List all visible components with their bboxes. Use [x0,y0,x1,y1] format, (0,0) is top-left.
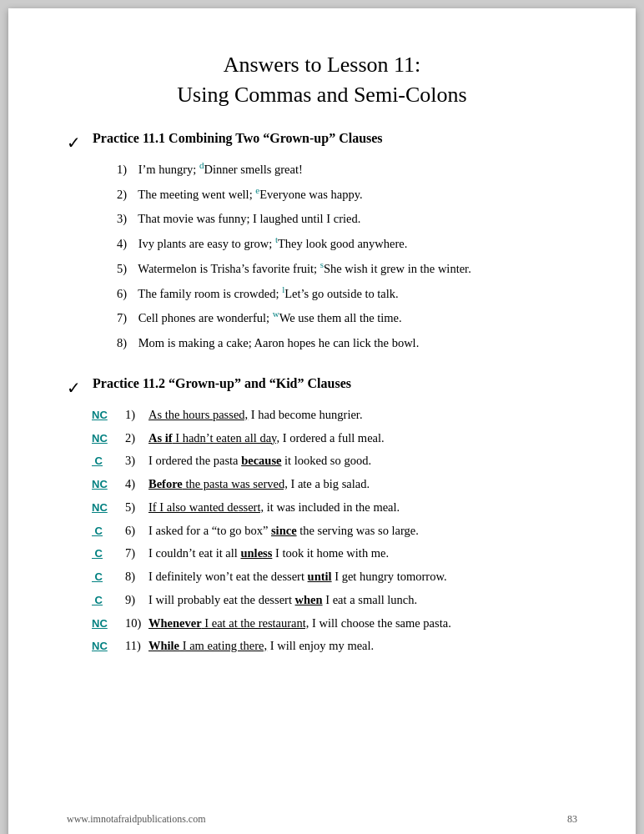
practice-11-1-title: Practice 11.1 [93,131,169,145]
practice-11-2-subtitle: “Grown-up” and “Kid” Clauses [169,376,351,390]
answer-label: NC [92,638,125,655]
answer-label: NC [92,476,125,493]
footer-website: www.imnotafraidpublications.com [67,813,206,826]
practice-11-2-section: ✓ Practice 11.2 “Grown-up” and “Kid” Cla… [67,376,577,656]
page-footer: www.imnotafraidpublications.com 83 [8,813,636,826]
practice-11-1-subtitle: Combining Two “Grown-up” Clauses [169,131,383,145]
practice-11-2-list: NC 1) As the hours passed, I had become … [92,406,577,656]
list-item: C 3) I ordered the pasta because it look… [92,452,577,470]
practice-11-2-header: ✓ Practice 11.2 “Grown-up” and “Kid” Cla… [67,376,577,398]
list-item: C 8) I definitely won’t eat the dessert … [92,568,577,586]
list-item: NC 10) Whenever I eat at the restaurant,… [92,615,577,633]
list-item: C 7) I couldn’t eat it all unless I took… [92,545,577,563]
list-item: NC 5) If I also wanted dessert, it was i… [92,499,577,517]
answer-label: C [92,523,125,540]
list-item: 5) Watermelon is Trisha’s favorite fruit… [117,260,577,279]
practice-11-1-section: ✓ Practice 11.1 Combining Two “Grown-up”… [67,131,577,353]
practice-11-1-list: 1) I’m hungry; dDinner smells great! 2) … [117,161,577,353]
list-item: 3) That movie was funny; I laughed until… [117,210,577,229]
answer-label: NC [92,407,125,424]
list-item: NC 4) Before the pasta was served, I ate… [92,475,577,494]
list-item: NC 2) As if I hadn’t eaten all day, I or… [92,430,577,448]
list-item: 7) Cell phones are wonderful; wWe use th… [117,309,577,328]
list-item: C 6) I asked for a “to go box” since the… [92,522,577,540]
answer-label: C [92,453,125,470]
answer-label: NC [92,500,125,516]
practice-11-1-header: ✓ Practice 11.1 Combining Two “Grown-up”… [67,131,577,153]
answer-label: C [92,592,125,609]
list-item: 6) The family room is crowded; lLet’s go… [117,285,577,304]
list-item: 1) I’m hungry; dDinner smells great! [117,161,577,179]
footer-page-number: 83 [567,813,577,826]
list-item: 8) Mom is making a cake; Aaron hopes he … [117,334,577,353]
list-item: 2) The meeting went well; eEveryone was … [117,186,577,204]
page-title: Answers to Lesson 11: Using Commas and S… [67,50,577,111]
page: Answers to Lesson 11: Using Commas and S… [8,8,636,834]
list-item: NC 11) While I am eating there, I will e… [92,637,577,656]
answer-label: C [92,569,125,585]
answer-label: NC [92,615,125,632]
practice-11-2-title: Practice 11.2 [93,376,169,390]
list-item: NC 1) As the hours passed, I had become … [92,406,577,425]
checkmark-icon-2: ✓ [67,378,81,398]
checkmark-icon: ✓ [67,133,81,153]
list-item: C 9) I will probably eat the dessert whe… [92,591,577,610]
list-item: 4) Ivy plants are easy to grow; tThey lo… [117,235,577,254]
answer-label: C [92,545,125,562]
answer-label: NC [92,430,125,447]
